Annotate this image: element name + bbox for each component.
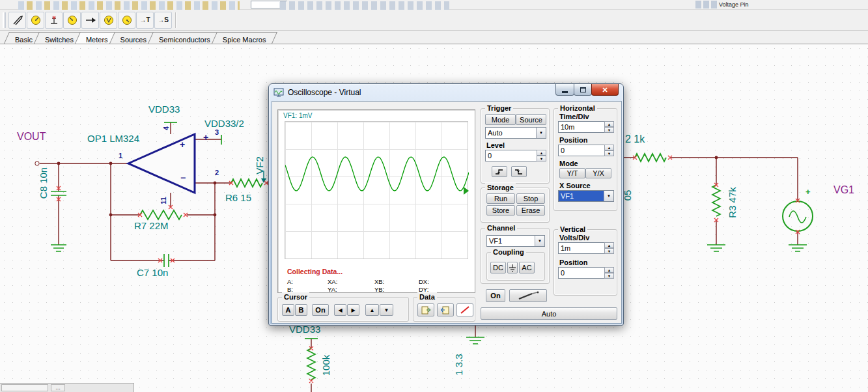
- status-text: Collecting Data...: [287, 268, 343, 275]
- store-button[interactable]: Store: [486, 205, 515, 216]
- data-group-title: Data: [417, 292, 437, 301]
- x-source-value: VF1: [559, 191, 604, 201]
- label-vf2[interactable]: VF2: [254, 156, 265, 175]
- title-bar[interactable]: Oscilloscope - Virtual ✕: [269, 84, 623, 101]
- label-vdd33-half[interactable]: VDD33/2: [204, 118, 244, 129]
- spin-up-icon[interactable]: ▲: [604, 121, 614, 127]
- spin-up-icon[interactable]: ▲: [604, 267, 614, 273]
- data-export-button[interactable]: [417, 303, 434, 316]
- h-position-input[interactable]: [558, 145, 605, 156]
- label-v33[interactable]: 1 3.3: [453, 354, 464, 375]
- scrollbar-thumb[interactable]: [1, 384, 48, 391]
- erase-button[interactable]: Erase: [516, 205, 545, 216]
- label-op1[interactable]: OP1 LM324: [87, 133, 139, 144]
- spin-down-icon[interactable]: ▼: [604, 150, 614, 156]
- pin-4: 4: [162, 126, 170, 130]
- power-meter-button[interactable]: [118, 12, 135, 29]
- signal-to-s-button[interactable]: →S: [154, 12, 172, 29]
- scope-plot-area[interactable]: [285, 121, 468, 259]
- spin-down-icon[interactable]: ▼: [537, 156, 546, 161]
- maximize-button[interactable]: [574, 84, 592, 96]
- pin-2: 2: [215, 169, 219, 176]
- volts-div-input[interactable]: [558, 242, 605, 254]
- spin-down-icon[interactable]: ▼: [604, 248, 614, 254]
- channel-combo[interactable]: VF1 ▼: [486, 235, 545, 247]
- voltmeter-button[interactable]: [27, 12, 44, 29]
- cursor-b-button[interactable]: B: [295, 304, 307, 316]
- cutoff-icons-left[interactable]: [18, 1, 240, 10]
- cursor-right-button[interactable]: ▶: [347, 304, 359, 316]
- cursor-up-button[interactable]: ▲: [365, 304, 379, 316]
- trigger-level-input[interactable]: [485, 150, 537, 161]
- voltage-arrow-button[interactable]: [81, 12, 99, 29]
- probe-clip-button[interactable]: [8, 12, 26, 29]
- vout-terminal[interactable]: [35, 161, 39, 165]
- chevron-down-icon[interactable]: ▼: [536, 128, 546, 138]
- h-position-spinner[interactable]: ▲▼: [558, 145, 614, 156]
- cursor-on-button[interactable]: On: [312, 304, 329, 316]
- data-save-button[interactable]: [437, 303, 454, 316]
- yx-mode-button[interactable]: Y/X: [585, 168, 611, 178]
- meter-stand-button[interactable]: [45, 12, 63, 29]
- label-vdd33-top[interactable]: VDD33: [148, 104, 180, 115]
- close-button[interactable]: ✕: [591, 84, 619, 96]
- probe-button[interactable]: [509, 289, 547, 302]
- stop-button[interactable]: Stop: [516, 193, 545, 204]
- label-r6[interactable]: R6 15: [225, 192, 251, 203]
- spin-down-icon[interactable]: ▼: [604, 127, 614, 133]
- label-r2[interactable]: 2 1k: [625, 133, 645, 145]
- volt-pin-button[interactable]: [100, 12, 117, 29]
- opamp-minus-sign: −: [180, 173, 186, 183]
- label-c8[interactable]: C8 10n: [38, 167, 49, 199]
- run-button[interactable]: Run: [486, 193, 515, 204]
- tab-spice-macros[interactable]: Spice Macros: [214, 32, 275, 44]
- trigger-source-button[interactable]: Source: [516, 114, 546, 125]
- spin-up-icon[interactable]: ▲: [537, 150, 546, 156]
- trigger-falling-edge-button[interactable]: [511, 166, 527, 177]
- v-position-input[interactable]: [558, 267, 605, 279]
- minimize-button[interactable]: [555, 84, 574, 96]
- spin-down-icon[interactable]: ▼: [604, 273, 614, 279]
- coupling-ac-button[interactable]: AC: [519, 262, 535, 273]
- chevron-down-icon[interactable]: ▼: [535, 236, 544, 246]
- trigger-mode-button[interactable]: Mode: [485, 114, 516, 125]
- v-position-spinner[interactable]: ▲▼: [558, 267, 614, 279]
- data-erase-button[interactable]: [456, 303, 473, 316]
- scrollbar-more-button[interactable]: ...: [51, 384, 65, 391]
- label-c7[interactable]: C7 10n: [137, 267, 168, 278]
- horizontal-scrollbar[interactable]: ...: [0, 383, 134, 392]
- ammeter-button[interactable]: [63, 12, 81, 29]
- time-div-input[interactable]: [558, 121, 605, 133]
- top-toolbar-strip: ▼ Voltage Pin: [0, 0, 868, 10]
- time-div-spinner[interactable]: ▲▼: [558, 121, 614, 133]
- scope-trace-svg: [285, 122, 469, 260]
- h-mode-label: Mode: [559, 160, 578, 167]
- label-r7[interactable]: R7 22M: [134, 220, 169, 231]
- cursor-left-button[interactable]: ◀: [334, 304, 346, 316]
- tab-semiconductors[interactable]: Semiconductors: [150, 32, 219, 44]
- trigger-mode-combo[interactable]: Auto ▼: [485, 127, 546, 139]
- volts-div-spinner[interactable]: ▲▼: [558, 242, 614, 254]
- channel-on-button[interactable]: On: [486, 289, 505, 302]
- trigger-rising-edge-button[interactable]: [492, 166, 507, 177]
- node-label-vout[interactable]: VOUT: [17, 131, 46, 143]
- cursor-down-button[interactable]: ▼: [380, 304, 393, 316]
- signal-to-t-button[interactable]: →T: [136, 12, 154, 29]
- spin-up-icon[interactable]: ▲: [604, 242, 614, 248]
- cutoff-icons-mid[interactable]: [280, 1, 449, 10]
- trigger-level-spinner[interactable]: ▲▼: [485, 150, 546, 161]
- coupling-dc-button[interactable]: DC: [490, 262, 506, 273]
- coupling-ground-button[interactable]: [507, 262, 518, 273]
- chevron-down-icon[interactable]: ▼: [604, 191, 613, 201]
- readout-a: A:: [287, 278, 293, 285]
- yt-mode-button[interactable]: Y/T: [559, 168, 585, 178]
- node-label-vg1[interactable]: VG1: [833, 184, 854, 196]
- label-100k[interactable]: 100k: [320, 355, 331, 376]
- cursor-a-button[interactable]: A: [282, 304, 294, 316]
- cutoff-icons-right[interactable]: [695, 1, 718, 8]
- spin-up-icon[interactable]: ▲: [604, 145, 614, 150]
- label-r3[interactable]: R3 47k: [727, 187, 738, 218]
- x-source-combo[interactable]: VF1 ▼: [558, 190, 614, 202]
- toolbar-grip[interactable]: [3, 12, 6, 28]
- auto-button[interactable]: Auto: [481, 307, 617, 320]
